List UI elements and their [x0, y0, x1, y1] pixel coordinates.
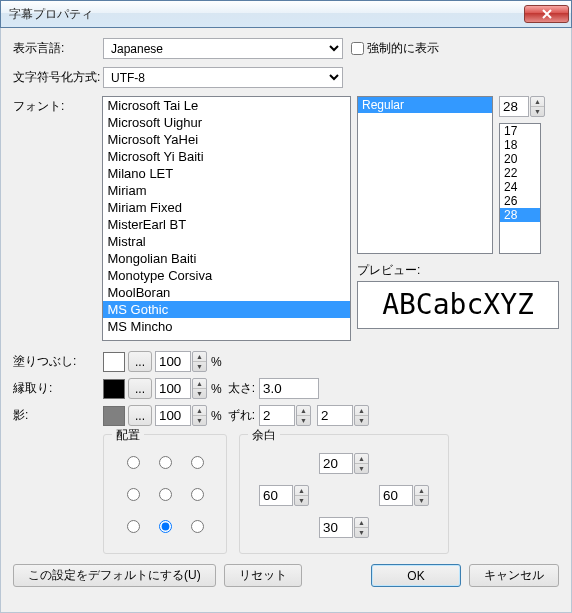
size-item[interactable]: 26 — [500, 194, 540, 208]
alignment-radio-2[interactable] — [191, 456, 204, 469]
shadow-offx-input[interactable] — [259, 405, 295, 426]
margin-left-spinner[interactable]: ▲▼ — [294, 485, 309, 506]
font-item[interactable]: MoolBoran — [103, 284, 350, 301]
alignment-radio-4[interactable] — [159, 488, 172, 501]
margin-right-cell: ▲▼ — [379, 485, 429, 506]
outline-opacity-spinner[interactable]: ▲▼ — [192, 378, 207, 399]
fill-opacity-spinner[interactable]: ▲▼ — [192, 351, 207, 372]
shadow-opacity-spinner[interactable]: ▲▼ — [192, 405, 207, 426]
spin-down-icon[interactable]: ▼ — [355, 416, 368, 425]
size-list[interactable]: 17182022242628 — [499, 123, 541, 254]
spin-up-icon[interactable]: ▲ — [415, 486, 428, 496]
margins-group: 余白 ▲▼ ▲▼ ▲▼ — [239, 434, 449, 554]
reset-button[interactable]: リセット — [224, 564, 302, 587]
style-item[interactable]: Regular — [358, 97, 492, 113]
alignment-radio-7[interactable] — [159, 520, 172, 533]
font-area: フォント: Microsoft Tai LeMicrosoft UighurMi… — [13, 96, 559, 341]
spin-up-icon[interactable]: ▲ — [193, 379, 206, 389]
font-item[interactable]: MisterEarl BT — [103, 216, 350, 233]
spin-down-icon[interactable]: ▼ — [415, 496, 428, 505]
spin-down-icon[interactable]: ▼ — [531, 107, 544, 116]
size-input[interactable] — [499, 96, 529, 117]
spin-up-icon[interactable]: ▲ — [193, 406, 206, 416]
size-item[interactable]: 17 — [500, 124, 540, 138]
force-show-checkbox[interactable] — [351, 42, 364, 55]
font-item[interactable]: Mistral — [103, 233, 350, 250]
size-item[interactable]: 28 — [500, 208, 540, 222]
margin-top-spinner[interactable]: ▲▼ — [354, 453, 369, 474]
margin-right-spinner[interactable]: ▲▼ — [414, 485, 429, 506]
offset-label: ずれ: — [228, 407, 255, 424]
alignment-radio-6[interactable] — [127, 520, 140, 533]
shadow-row: 影: ... ▲▼ % ずれ: ▲▼ ▲▼ — [13, 405, 559, 426]
force-show-wrap: 強制的に表示 — [343, 40, 439, 57]
size-spinner[interactable]: ▲▼ — [530, 96, 545, 117]
size-item[interactable]: 22 — [500, 166, 540, 180]
font-item[interactable]: Milano LET — [103, 165, 350, 182]
alignment-radio-3[interactable] — [127, 488, 140, 501]
shadow-offy-spinner[interactable]: ▲▼ — [354, 405, 369, 426]
margin-left-input[interactable] — [259, 485, 293, 506]
style-list[interactable]: Regular — [357, 96, 493, 254]
margin-bottom-spinner[interactable]: ▲▼ — [354, 517, 369, 538]
fill-pct-label: % — [211, 355, 222, 369]
language-select[interactable]: Japanese — [103, 38, 343, 59]
shadow-offx-spinner[interactable]: ▲▼ — [296, 405, 311, 426]
font-item[interactable]: Microsoft Yi Baiti — [103, 148, 350, 165]
cancel-button[interactable]: キャンセル — [469, 564, 559, 587]
font-item[interactable]: MS Gothic — [103, 301, 350, 318]
font-item[interactable]: MS Mincho — [103, 318, 350, 335]
spin-down-icon[interactable]: ▼ — [193, 416, 206, 425]
spin-down-icon[interactable]: ▼ — [193, 362, 206, 371]
font-item[interactable]: Miriam Fixed — [103, 199, 350, 216]
spin-down-icon[interactable]: ▼ — [295, 496, 308, 505]
alignment-radio-8[interactable] — [191, 520, 204, 533]
margin-top-input[interactable] — [319, 453, 353, 474]
fill-picker-button[interactable]: ... — [128, 351, 152, 372]
spin-up-icon[interactable]: ▲ — [355, 454, 368, 464]
margin-right-input[interactable] — [379, 485, 413, 506]
spin-down-icon[interactable]: ▼ — [355, 528, 368, 537]
font-list[interactable]: Microsoft Tai LeMicrosoft UighurMicrosof… — [102, 96, 351, 341]
shadow-opacity-input[interactable] — [155, 405, 191, 426]
font-item[interactable]: Microsoft YaHei — [103, 131, 350, 148]
alignment-radio-5[interactable] — [191, 488, 204, 501]
size-item[interactable]: 24 — [500, 180, 540, 194]
font-label: フォント: — [13, 96, 102, 115]
margin-bottom-input[interactable] — [319, 517, 353, 538]
alignment-radio-0[interactable] — [127, 456, 140, 469]
ok-button[interactable]: OK — [371, 564, 461, 587]
spin-down-icon[interactable]: ▼ — [193, 389, 206, 398]
window-title: 字幕プロパティ — [9, 6, 93, 23]
font-item[interactable]: Miriam — [103, 182, 350, 199]
outline-thickness-input[interactable] — [259, 378, 319, 399]
font-item[interactable]: Mongolian Baiti — [103, 250, 350, 267]
spin-up-icon[interactable]: ▲ — [297, 406, 310, 416]
outline-opacity-input[interactable] — [155, 378, 191, 399]
margin-bottom-cell: ▲▼ — [319, 517, 369, 538]
spin-up-icon[interactable]: ▲ — [531, 97, 544, 107]
alignment-radio-1[interactable] — [159, 456, 172, 469]
shadow-offy-input[interactable] — [317, 405, 353, 426]
spin-up-icon[interactable]: ▲ — [295, 486, 308, 496]
font-item[interactable]: Monotype Corsiva — [103, 267, 350, 284]
shadow-picker-button[interactable]: ... — [128, 405, 152, 426]
spin-up-icon[interactable]: ▲ — [193, 352, 206, 362]
outline-swatch[interactable] — [103, 379, 125, 399]
spin-up-icon[interactable]: ▲ — [355, 406, 368, 416]
size-item[interactable]: 20 — [500, 152, 540, 166]
fill-opacity-input[interactable] — [155, 351, 191, 372]
font-item[interactable]: Microsoft Uighur — [103, 114, 350, 131]
set-default-button[interactable]: この設定をデフォルトにする(U) — [13, 564, 216, 587]
font-item[interactable]: Microsoft Tai Le — [103, 97, 350, 114]
groups-row: 配置 余白 ▲▼ ▲▼ ▲▼ — [103, 434, 559, 554]
close-button[interactable] — [524, 5, 569, 23]
spin-down-icon[interactable]: ▼ — [355, 464, 368, 473]
spin-up-icon[interactable]: ▲ — [355, 518, 368, 528]
shadow-swatch[interactable] — [103, 406, 125, 426]
size-item[interactable]: 18 — [500, 138, 540, 152]
spin-down-icon[interactable]: ▼ — [297, 416, 310, 425]
encoding-select[interactable]: UTF-8 — [103, 67, 343, 88]
fill-swatch[interactable] — [103, 352, 125, 372]
outline-picker-button[interactable]: ... — [128, 378, 152, 399]
